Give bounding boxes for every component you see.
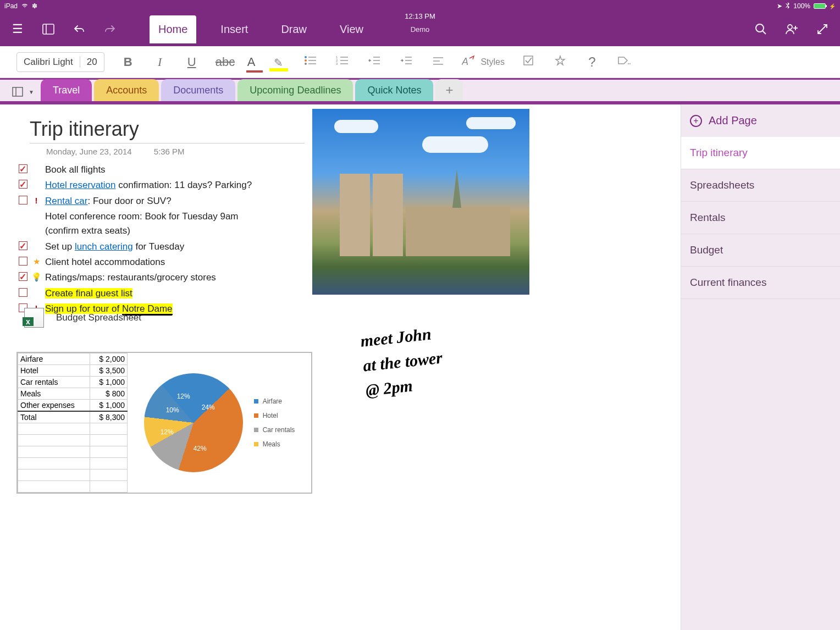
search-icon[interactable] (753, 21, 769, 37)
ribbon-tab-draw[interactable]: Draw (272, 15, 316, 43)
redo-icon[interactable] (102, 21, 118, 37)
todo-text[interactable]: Book all flights (45, 163, 106, 177)
svg-line-3 (762, 31, 766, 34)
wifi-icon (21, 2, 29, 10)
section-tab-upcoming-deadlines[interactable]: Upcoming Deadlines (237, 79, 353, 101)
table-cell-label: Total (18, 411, 90, 423)
chart-legend: AirfareHotelCar rentalsMeals (254, 397, 295, 448)
todo-row: ★Client hotel accommodations (19, 255, 252, 269)
panel-toggle-icon[interactable] (41, 21, 56, 37)
legend-item: Car rentals (254, 426, 295, 434)
checkbox[interactable] (19, 257, 27, 266)
svg-text:A: A (462, 56, 468, 67)
battery-icon (814, 3, 826, 9)
font-picker[interactable]: Calibri Light 20 (16, 52, 104, 72)
todo-tag-button[interactable] (520, 55, 537, 69)
notebook-title: Demo (411, 25, 430, 34)
ribbon-tab-insert[interactable]: Insert (212, 15, 257, 43)
star-tag-icon: ★ (31, 255, 42, 268)
page-list-item[interactable]: Budget (681, 234, 840, 267)
styles-button[interactable]: A Styles (462, 55, 505, 69)
page-list-item[interactable]: Current finances (681, 267, 840, 299)
italic-button[interactable]: I (152, 55, 168, 69)
svg-rect-32 (13, 87, 23, 96)
photo-notre-dame[interactable] (312, 109, 529, 295)
attachment[interactable]: Budget Spreadsheet (24, 308, 141, 328)
add-page-button[interactable]: + Add Page (681, 104, 840, 137)
fullscreen-icon[interactable] (815, 21, 830, 37)
checkbox[interactable] (19, 164, 27, 173)
page-list-item[interactable]: Trip itinerary (681, 137, 840, 169)
checkbox[interactable] (19, 288, 27, 297)
budget-pie-chart: 24%42%12%10%12% (144, 373, 243, 472)
align-button[interactable] (430, 55, 446, 69)
budget-spreadsheet-chart: Airfare$ 2,000Hotel$ 3,500Car rentals$ 1… (16, 352, 312, 494)
strikethrough-button[interactable]: abc (215, 55, 232, 69)
section-tab-quick-notes[interactable]: Quick Notes (355, 79, 433, 101)
table-cell-label: Car rentals (18, 377, 90, 388)
todo-text[interactable]: Set up lunch catering for Tuesday (45, 240, 184, 254)
todo-row: Set up lunch catering for Tuesday (19, 240, 252, 254)
menu-icon[interactable]: ☰ (10, 21, 25, 37)
share-user-icon[interactable] (784, 21, 799, 37)
more-tags-button[interactable] (616, 55, 632, 69)
notebook-picker[interactable]: ▼ (8, 86, 38, 101)
styles-label: Styles (480, 57, 505, 67)
idea-tag-icon: 💡 (31, 270, 42, 283)
ribbon-tabs: HomeInsertDrawView (150, 15, 372, 43)
todo-text[interactable]: Client hotel accommodations (45, 255, 165, 269)
undo-icon[interactable] (71, 21, 87, 37)
ribbon-tab-home[interactable]: Home (150, 15, 196, 43)
highlight-button[interactable]: ✎ (270, 56, 287, 68)
table-cell-amount: $ 3,500 (90, 365, 128, 377)
bullets-button[interactable] (302, 55, 319, 69)
pie-slice-label: 12% (177, 393, 190, 400)
svg-text:3: 3 (336, 62, 338, 65)
todo-text[interactable]: Ratings/maps: restaurants/grocery stores (45, 270, 216, 285)
note-canvas[interactable]: Monday, June 23, 2014 5:36 PM Book all f… (0, 104, 681, 630)
font-color-button[interactable]: A (247, 55, 256, 69)
page-list-item[interactable]: Spreadsheets (681, 169, 840, 202)
section-tab-accounts[interactable]: Accounts (94, 79, 159, 101)
legend-item: Airfare (254, 397, 295, 405)
todo-row: Hotel reservation confirmation: 11 days?… (19, 178, 252, 192)
page-title-input[interactable] (30, 115, 305, 143)
section-tab-documents[interactable]: Documents (161, 79, 235, 101)
todo-text[interactable]: Hotel reservation confirmation: 11 days?… (45, 178, 252, 192)
section-tab-travel[interactable]: Travel (41, 79, 92, 101)
table-cell-amount: $ 2,000 (90, 353, 128, 365)
add-page-label: Add Page (709, 114, 757, 127)
pie-slice-label: 12% (161, 428, 174, 436)
indent-button[interactable] (398, 55, 415, 69)
table-cell-amount: $ 1,000 (90, 400, 128, 412)
underline-button[interactable]: U (184, 55, 200, 69)
checkbox[interactable] (19, 196, 27, 205)
font-name: Calibri Light (17, 57, 80, 68)
svg-point-8 (305, 59, 307, 62)
chevron-down-icon: ▼ (29, 89, 34, 95)
page-list-item[interactable]: Rentals (681, 202, 840, 234)
todo-text[interactable]: Rental car: Four door or SUV? (45, 194, 172, 208)
question-tag-button[interactable]: ? (584, 54, 600, 70)
add-section-button[interactable]: + (435, 79, 463, 101)
bluetooth-icon (786, 2, 790, 10)
checkbox[interactable] (19, 241, 27, 250)
numbered-list-button[interactable]: 123 (334, 55, 351, 69)
status-time: 12:13 PM (405, 12, 435, 20)
bold-button[interactable]: B (120, 55, 136, 69)
ribbon-tab-view[interactable]: View (331, 15, 372, 43)
pie-slice-label: 24% (202, 404, 215, 411)
todo-text[interactable]: Create final guest list (45, 286, 132, 301)
outdent-button[interactable] (366, 55, 383, 69)
checkbox[interactable] (19, 180, 27, 189)
todo-row: Create final guest list (19, 286, 252, 301)
todo-row: !Rental car: Four door or SUV? (19, 194, 252, 208)
table-cell-label: Other expenses (18, 400, 90, 412)
star-tag-button[interactable] (552, 55, 568, 69)
font-size: 20 (80, 57, 104, 68)
checkbox[interactable] (19, 272, 27, 281)
page-time: 5:36 PM (154, 147, 185, 156)
svg-point-2 (756, 24, 764, 32)
todo-list: Book all flightsHotel reservation confir… (19, 163, 252, 317)
todo-row: 💡Ratings/maps: restaurants/grocery store… (19, 270, 252, 285)
